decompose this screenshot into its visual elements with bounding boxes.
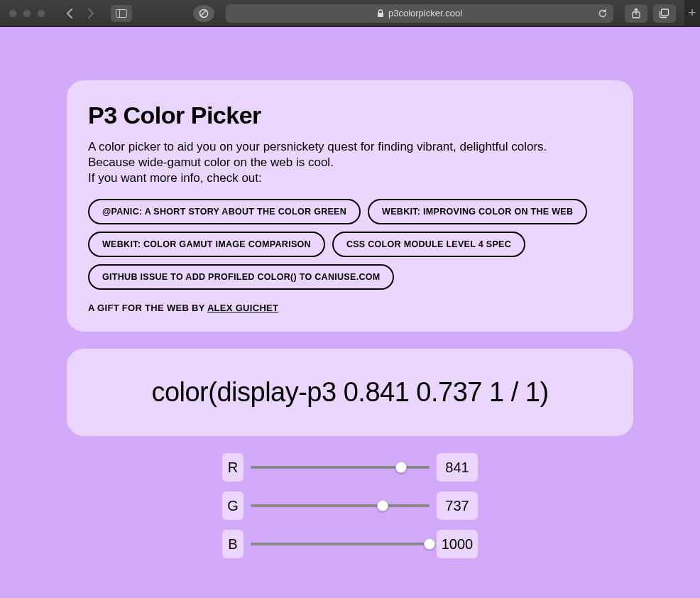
color-css-output[interactable]: color(display-p3 0.841 0.737 1 / 1): [88, 377, 612, 408]
tabs-overview-button[interactable]: [653, 4, 676, 23]
reader-mode-button[interactable]: [193, 5, 214, 22]
page-viewport: P3 Color Picker A color picker to aid yo…: [0, 27, 700, 598]
slider-value-g[interactable]: 737: [437, 491, 478, 520]
slider-b[interactable]: [251, 530, 430, 558]
reference-link[interactable]: WEBKIT: COLOR GAMUT IMAGE COMPARISON: [88, 232, 325, 257]
sidebar-toggle-button[interactable]: [111, 5, 132, 22]
channel-sliders: R 841 G 737 B 1000: [222, 453, 478, 558]
slider-label-g: G: [222, 491, 244, 520]
desc-line: A color picker to aid you on your persni…: [88, 139, 612, 155]
svg-rect-0: [116, 9, 127, 17]
credit-author-link[interactable]: ALEX GUICHET: [207, 303, 278, 313]
intro-card: P3 Color Picker A color picker to aid yo…: [67, 80, 633, 332]
nav-buttons: [60, 5, 101, 22]
slider-track: [251, 543, 430, 545]
slider-row-r: R 841: [222, 453, 478, 482]
credit-prefix: A GIFT FOR THE WEB BY: [88, 303, 207, 313]
slider-value-r[interactable]: 841: [437, 453, 478, 482]
lock-icon: [377, 9, 384, 18]
forward-button[interactable]: [81, 5, 101, 22]
reference-link[interactable]: GITHUB ISSUE TO ADD PROFILED COLOR() TO …: [88, 264, 394, 290]
slider-r[interactable]: [251, 453, 430, 482]
slider-value-b[interactable]: 1000: [437, 530, 478, 558]
slider-row-b: B 1000: [222, 530, 478, 558]
reference-link[interactable]: @PANIC: A SHORT STORY ABOUT THE COLOR GR…: [88, 199, 361, 224]
url-host: p3colorpicker.cool: [388, 8, 462, 18]
slider-row-g: G 737: [222, 491, 478, 520]
minimize-window-button[interactable]: [23, 9, 31, 18]
slider-g[interactable]: [251, 491, 430, 520]
window-controls: [9, 9, 45, 18]
desc-line: If you want more info, check out:: [88, 170, 612, 186]
slider-thumb[interactable]: [377, 500, 388, 511]
page-title: P3 Color Picker: [88, 102, 612, 129]
browser-toolbar: p3colorpicker.cool +: [0, 0, 700, 27]
slider-label-b: B: [222, 530, 244, 558]
svg-rect-3: [378, 13, 383, 17]
output-card: color(display-p3 0.841 0.737 1 / 1): [67, 349, 633, 436]
svg-rect-5: [662, 9, 669, 16]
reference-link[interactable]: CSS COLOR MODULE LEVEL 4 SPEC: [332, 232, 525, 257]
reload-button[interactable]: [598, 9, 608, 18]
desc-line: Because wide-gamut color on the web is c…: [88, 155, 612, 170]
slider-thumb[interactable]: [395, 462, 407, 473]
toolbar-right: +: [625, 0, 691, 27]
page-description: A color picker to aid you on your persni…: [88, 139, 612, 186]
credit-line: A GIFT FOR THE WEB BY ALEX GUICHET: [88, 303, 612, 313]
reference-link[interactable]: WEBKIT: IMPROVING COLOR ON THE WEB: [368, 199, 587, 224]
address-bar[interactable]: p3colorpicker.cool: [226, 4, 613, 23]
back-button[interactable]: [60, 5, 80, 22]
reference-links: @PANIC: A SHORT STORY ABOUT THE COLOR GR…: [88, 199, 612, 290]
new-tab-button[interactable]: +: [684, 0, 700, 27]
slider-thumb[interactable]: [424, 538, 435, 550]
slider-track: [251, 504, 430, 507]
share-button[interactable]: [625, 4, 647, 23]
zoom-window-button[interactable]: [37, 9, 45, 18]
slider-label-r: R: [222, 453, 244, 482]
close-window-button[interactable]: [9, 9, 17, 18]
